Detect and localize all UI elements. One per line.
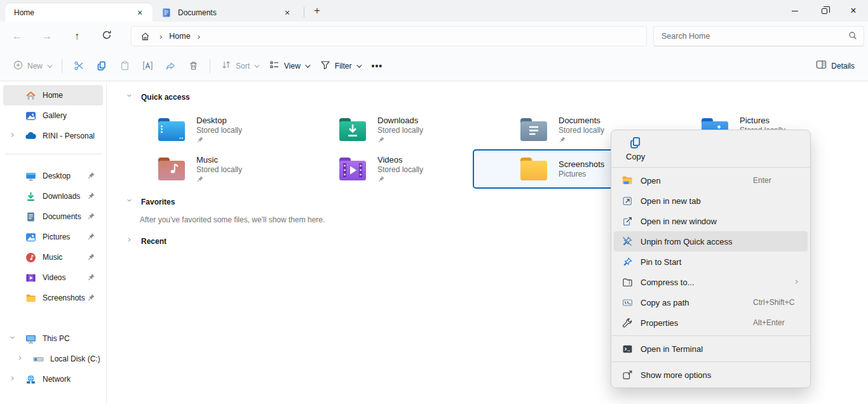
chevron-right-icon[interactable]	[10, 375, 20, 383]
breadcrumb[interactable]: › Home ›	[131, 26, 647, 46]
plus-circle-icon	[13, 60, 23, 72]
sidebar-spacer	[0, 308, 106, 328]
sort-button[interactable]: Sort	[215, 55, 264, 77]
quick-access-section-header[interactable]: Quick access	[107, 88, 868, 107]
documents-icon	[25, 211, 36, 222]
tile-videos[interactable]: VideosStored locally	[292, 149, 473, 189]
menu-item-open-in-new-tab[interactable]: Open in new tab	[614, 191, 808, 211]
copy-button[interactable]	[90, 55, 113, 77]
sort-button-label: Sort	[236, 62, 250, 71]
tab-label: Home	[14, 8, 132, 17]
sidebar-item-documents[interactable]: Documents	[3, 206, 103, 227]
menu-item-open-in-new-window[interactable]: Open in new window	[614, 211, 808, 231]
videos-icon	[25, 272, 36, 283]
home-icon[interactable]	[140, 32, 150, 41]
titlebar: Home×Documents× + ×	[0, 0, 868, 22]
pin-icon	[196, 175, 242, 183]
view-button[interactable]: View	[264, 55, 315, 77]
newwin-icon	[621, 215, 633, 227]
up-button[interactable]: ↑	[66, 26, 88, 46]
share-button[interactable]	[159, 55, 182, 77]
pin-icon	[377, 136, 423, 144]
menu-item-label: Unpin from Quick access	[641, 237, 800, 246]
details-button[interactable]: Details	[810, 55, 860, 77]
command-toolbar: New Sort View Filter ••• Details	[0, 51, 868, 81]
sidebar-divider	[5, 154, 101, 154]
onedrive-icon	[25, 130, 36, 142]
context-quick-copy-button[interactable]: Copy	[611, 130, 810, 165]
sidebar-item-label: Music	[43, 253, 62, 262]
sidebar-item-desktop[interactable]: Desktop	[3, 166, 103, 186]
sidebar-item-label: Desktop	[43, 172, 71, 180]
sidebar-item-pictures[interactable]: Pictures	[3, 227, 103, 247]
tile-name: Downloads	[377, 116, 423, 125]
sidebar-item-music[interactable]: Music	[3, 247, 103, 267]
menu-item-properties[interactable]: PropertiesAlt+Enter	[614, 313, 808, 333]
menu-item-show-more-options[interactable]: Show more options	[614, 365, 808, 385]
chevron-right-icon[interactable]	[10, 132, 20, 140]
menu-item-shortcut: Enter	[753, 176, 800, 185]
pin-icon	[87, 232, 95, 243]
sidebar-item-network[interactable]: Network	[3, 369, 103, 389]
sidebar-item-videos[interactable]: Videos	[3, 267, 103, 288]
maximize-restore-button[interactable]	[810, 0, 839, 22]
tab-home[interactable]: Home×	[5, 3, 153, 22]
forward-button[interactable]: →	[36, 26, 58, 46]
menu-item-label: Open in Terminal	[641, 344, 800, 354]
sidebar-item-gallery[interactable]: Gallery	[3, 105, 103, 126]
tile-name: Videos	[377, 156, 423, 165]
cut-button[interactable]	[67, 55, 90, 77]
pin-icon	[621, 256, 633, 267]
unpin-icon	[621, 236, 633, 247]
ellipsis-icon: •••	[372, 61, 383, 71]
sidebar-item-label: Gallery	[43, 111, 67, 120]
search-input[interactable]	[661, 32, 848, 41]
chevron-down-icon[interactable]	[10, 335, 20, 342]
sort-icon	[221, 60, 231, 72]
menu-item-copy-as-path[interactable]: Copy as pathCtrl+Shift+C	[614, 292, 808, 313]
chevron-down-icon	[126, 198, 134, 207]
delete-button[interactable]	[182, 55, 205, 77]
more-options-button[interactable]: •••	[366, 55, 389, 77]
rename-button[interactable]	[136, 55, 159, 77]
tile-subtitle: Stored locally	[377, 126, 423, 135]
paste-button[interactable]	[113, 55, 136, 77]
tile-downloads[interactable]: DownloadsStored locally	[292, 110, 473, 149]
minimize-button[interactable]	[780, 0, 810, 22]
chevron-down-icon	[305, 62, 310, 67]
back-button[interactable]: ←	[6, 26, 28, 46]
breadcrumb-home[interactable]: Home	[169, 32, 190, 41]
search-box[interactable]	[653, 26, 864, 46]
tab-close-button[interactable]: ×	[280, 5, 295, 20]
tab-close-button[interactable]: ×	[132, 5, 147, 20]
pictures-icon	[25, 231, 36, 243]
tile-music[interactable]: MusicStored locally	[111, 149, 292, 189]
tile-text: ScreenshotsPictures	[559, 160, 604, 178]
menu-item-compress-to[interactable]: Compress to...	[614, 272, 808, 292]
network-icon	[25, 374, 36, 385]
compress-icon	[621, 276, 633, 288]
chevron-right-icon	[126, 237, 134, 246]
close-button[interactable]: ×	[839, 0, 868, 22]
sidebar-item-screenshots[interactable]: Screenshots	[3, 288, 103, 308]
menu-item-open-in-terminal[interactable]: Open in Terminal	[614, 339, 808, 359]
refresh-button[interactable]	[96, 26, 118, 46]
menu-item-pin-to-start[interactable]: Pin to Start	[614, 252, 808, 272]
new-button[interactable]: New	[8, 55, 57, 77]
new-tab-button[interactable]: +	[308, 2, 326, 20]
tile-desktop[interactable]: DesktopStored locally	[111, 110, 292, 149]
filter-button[interactable]: Filter	[315, 55, 366, 77]
tile-name: Music	[196, 156, 242, 165]
tile-text: VideosStored locally	[377, 156, 423, 183]
sidebar-item-rini-personal[interactable]: RINI - Personal	[3, 126, 103, 146]
menu-item-unpin-from-quick-access[interactable]: Unpin from Quick access	[614, 231, 808, 252]
sidebar-item-home[interactable]: Home	[3, 85, 103, 105]
chevron-right-icon[interactable]	[17, 355, 27, 363]
tab-documents[interactable]: Documents×	[153, 3, 300, 22]
sidebar-item-downloads[interactable]: Downloads	[3, 186, 103, 206]
menu-item-label: Show more options	[641, 370, 800, 380]
menu-item-open[interactable]: OpenEnter	[614, 170, 808, 191]
tab-label: Documents	[178, 8, 280, 17]
sidebar-item-this-pc[interactable]: This PC	[3, 328, 103, 349]
sidebar-item-local-disk-c[interactable]: Local Disk (C:)	[3, 349, 103, 369]
